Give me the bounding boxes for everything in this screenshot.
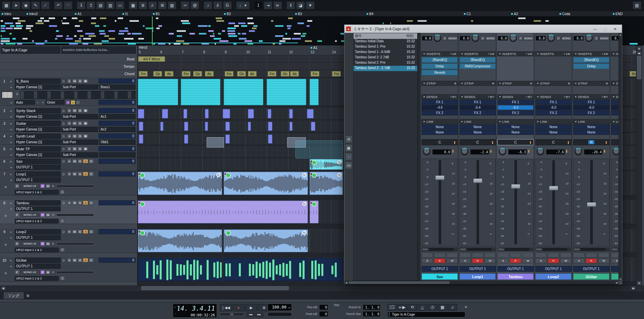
track-mute-button[interactable]: M xyxy=(72,229,77,234)
mixer-scroll-left[interactable]: ◀ xyxy=(345,281,348,284)
postroll-row-value[interactable]: 0 xyxy=(319,311,328,317)
track-solo-button[interactable]: S xyxy=(77,258,83,262)
scroll-up-button[interactable]: ▲ xyxy=(637,46,642,51)
song-marker-END[interactable]: END xyxy=(612,11,632,16)
track-delay-value[interactable]: 0 xyxy=(99,146,136,151)
gain-readout[interactable]: 0.0 xyxy=(611,36,619,41)
level-readout[interactable]: 0.0 xyxy=(432,149,451,155)
song-marker-B4[interactable]: B4 xyxy=(366,11,386,16)
strip-button-S[interactable]: S xyxy=(573,258,585,263)
scroll-right-button[interactable]: ▶ xyxy=(631,286,636,290)
select-tool-icon[interactable]: ➤ xyxy=(12,1,20,9)
track-monitor-button[interactable]: ● xyxy=(67,108,71,113)
insert-slot-Reverb[interactable]: Reverb xyxy=(422,70,458,75)
strip-button-top-2[interactable] xyxy=(560,253,572,258)
section-header-link[interactable]: ▼LINK xyxy=(535,119,572,124)
timecode-value[interactable]: 00:00:32:26 xyxy=(178,313,216,317)
midi-clip-track3[interactable] xyxy=(184,122,189,131)
section-header-link[interactable]: ▼LINK xyxy=(421,119,458,124)
track-mute-button[interactable]: M xyxy=(72,201,77,205)
song-marker-A2[interactable]: A2 xyxy=(510,11,530,16)
track-output-icon[interactable]: ▦ xyxy=(83,121,88,125)
track-header-S_Bass[interactable]: 1▸S_Bass|1●MS▦0+Hyper Canvas [1]Sub Port… xyxy=(0,78,137,106)
chord-chip-Gb[interactable]: Gb xyxy=(281,71,289,76)
drum-editor-icon[interactable]: ⊞ xyxy=(158,1,167,9)
gain-knob[interactable] xyxy=(472,35,479,42)
output-field[interactable]: OUTPUT 1 xyxy=(15,206,61,211)
rewind-button[interactable]: ❘◀◀ xyxy=(220,304,232,311)
link-slot-1[interactable]: None xyxy=(422,124,458,129)
track-expand-arrow[interactable]: ▸ xyxy=(9,258,13,263)
level-readout[interactable]: -2.4 xyxy=(470,149,489,155)
mixer-scroll-down[interactable]: ▼ xyxy=(619,277,622,281)
track-expand-plus[interactable]: + xyxy=(9,127,13,132)
strip-button-W[interactable]: W xyxy=(598,258,609,263)
list-icon[interactable]: ≣ xyxy=(15,92,19,96)
info-button[interactable]: i xyxy=(60,219,65,223)
time-signature-chip[interactable]: 4/4 F Minor xyxy=(138,56,165,62)
strip-button-S[interactable]: S xyxy=(460,258,471,263)
mono-button[interactable]: MONO xyxy=(561,36,571,41)
track-delay-value[interactable]: 0 xyxy=(99,159,136,164)
strip-button-S[interactable]: S xyxy=(422,258,433,263)
audio-clip-track10[interactable] xyxy=(138,258,222,281)
blank-tool-icon[interactable]: ▫ xyxy=(345,153,352,160)
minimize-button[interactable]: — xyxy=(590,26,600,32)
clip-pane-icon[interactable]: ▥ xyxy=(106,1,115,9)
ruler-submarker[interactable]: A1 xyxy=(310,46,323,50)
section-header-strip[interactable]: ▼STRIP▦ xyxy=(611,81,619,86)
midi-clip-track3[interactable] xyxy=(139,122,143,131)
section-header-inserts[interactable]: ▼INSERTS✛◉▦ xyxy=(535,51,572,56)
track-monitor-button[interactable]: ● xyxy=(67,229,71,234)
timer-button[interactable]: ◷ xyxy=(428,304,437,311)
midi-clip-track1[interactable] xyxy=(224,79,263,105)
track-header-Synty Stack[interactable]: 2▸Synty Stack|1●MS▦0+Hyper Canvas [1]Sub… xyxy=(0,108,137,120)
send-fx2-slot[interactable]: FX 2 xyxy=(573,110,609,115)
track-mute-button[interactable]: M xyxy=(72,121,77,125)
horizontal-scrollbar[interactable]: ◀▶ xyxy=(0,285,644,290)
pan-slider[interactable]: C xyxy=(535,139,572,145)
send-fx1-value[interactable]: -6.0 xyxy=(573,105,609,110)
link-slot-1[interactable]: None xyxy=(460,124,496,129)
section-header-strip[interactable]: ▼STRIP▦ xyxy=(421,81,458,86)
clip-marker-badge[interactable] xyxy=(140,230,145,235)
section-header-icons[interactable]: ▦ xyxy=(454,82,457,85)
time-mode-icon[interactable]: ◔ xyxy=(173,311,177,317)
track-delay-value[interactable]: 0 xyxy=(99,134,136,139)
event-list-icon[interactable]: ≣ xyxy=(139,1,147,9)
strip-button-top-2[interactable] xyxy=(484,253,496,258)
output-assign[interactable]: OUTPUT 1 xyxy=(422,266,458,272)
strip-button-top-2[interactable] xyxy=(598,253,609,258)
groove-icon[interactable]: G xyxy=(223,1,232,9)
monitor-icon[interactable]: ◪ xyxy=(296,1,305,9)
chord-chip-Fm[interactable]: Fm xyxy=(311,71,319,76)
section-header-link[interactable]: ▼LINK xyxy=(611,119,619,124)
nudge-back-button[interactable]: ◀◀ xyxy=(247,313,255,317)
grid-button[interactable]: ▦ xyxy=(438,304,447,311)
section-header-sends[interactable]: ▼SENDS✛▦⊞ xyxy=(459,94,496,99)
link-slot-1[interactable]: None xyxy=(611,124,619,129)
chord-chip-Fm[interactable]: Fm xyxy=(225,71,233,76)
auto-stop-button[interactable]: AUTOSTOP xyxy=(387,304,397,311)
history-row[interactable]: Tambou Send 1: -6.0dB15:32 xyxy=(354,50,417,55)
pencil-tool-icon[interactable]: ✎ xyxy=(31,1,40,9)
midi-clip-track1[interactable] xyxy=(310,79,319,105)
strip-button-top-1[interactable] xyxy=(510,253,521,258)
section-header-icons[interactable]: ✛▦⊞ xyxy=(601,96,608,98)
track-expand-arrow[interactable]: ▸ xyxy=(9,229,13,234)
level-knob[interactable] xyxy=(575,148,582,155)
scroll-left-button[interactable]: ◀ xyxy=(1,286,6,290)
preroll-row-value[interactable]: 0 xyxy=(319,305,328,310)
section-header-icons[interactable]: ✛◉▦ xyxy=(450,53,457,55)
section-header-sends[interactable]: ▼SENDS✛▦⊞ xyxy=(611,94,619,99)
read-button[interactable]: R xyxy=(40,270,45,274)
jump-down-icon[interactable]: ▼ xyxy=(306,1,315,9)
phase-button[interactable]: ∅ xyxy=(556,36,561,41)
track-expand-plus[interactable]: + xyxy=(9,85,13,90)
track-expand-arrow[interactable]: ▸ xyxy=(9,159,13,164)
speaker-tool-icon[interactable]: ◉ xyxy=(21,1,30,9)
midi-clip-track2[interactable] xyxy=(307,109,313,118)
fader-handle[interactable] xyxy=(549,186,558,191)
info-button[interactable]: i xyxy=(60,248,65,252)
redo-icon[interactable]: ↷ xyxy=(64,1,72,9)
